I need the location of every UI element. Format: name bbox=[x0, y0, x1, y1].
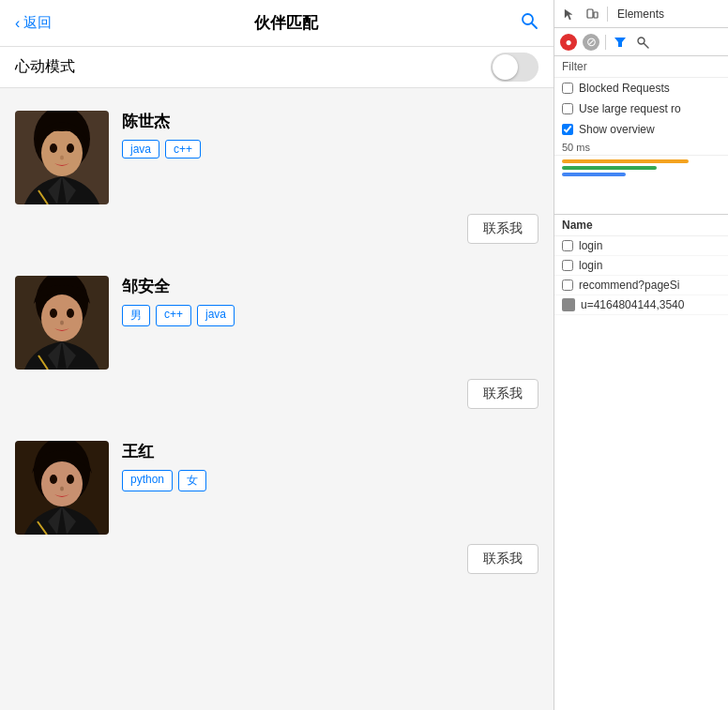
network-row-0-name: login bbox=[579, 239, 602, 252]
devtools-tabs-bar: Elements bbox=[554, 0, 728, 28]
tab-separator bbox=[607, 7, 608, 22]
svg-point-16 bbox=[41, 461, 83, 506]
svg-marker-20 bbox=[565, 9, 572, 20]
device-icon[interactable] bbox=[583, 5, 601, 23]
toggle-knob bbox=[493, 54, 518, 80]
svg-point-11 bbox=[50, 309, 57, 318]
svg-rect-21 bbox=[587, 9, 593, 18]
svg-point-12 bbox=[67, 309, 74, 318]
svg-line-25 bbox=[645, 43, 649, 48]
svg-marker-23 bbox=[614, 38, 626, 47]
blocked-requests-row: Blocked Requests bbox=[554, 78, 728, 98]
network-row-0-checkbox[interactable] bbox=[562, 240, 573, 251]
svg-point-6 bbox=[67, 144, 74, 153]
elements-tab[interactable]: Elements bbox=[614, 6, 668, 23]
mode-label: 心动模式 bbox=[15, 57, 75, 77]
show-overview-row: Show overview bbox=[554, 119, 728, 140]
timeline-bars bbox=[554, 156, 728, 208]
search-icon[interactable] bbox=[520, 11, 538, 35]
cards-container: 陈世杰 java c++ 联系我 bbox=[0, 88, 554, 710]
avatar-1 bbox=[15, 111, 109, 204]
tag-cpp-1: c++ bbox=[165, 140, 201, 159]
network-row-3-icon bbox=[562, 298, 575, 311]
svg-point-4 bbox=[41, 129, 83, 176]
use-large-request-row: Use large request ro bbox=[554, 98, 728, 119]
user-card-1: 陈世杰 java c++ 联系我 bbox=[0, 96, 554, 259]
blocked-requests-checkbox[interactable] bbox=[562, 83, 573, 94]
filter-label: Filter bbox=[554, 56, 728, 78]
user-name-2: 邹安全 bbox=[122, 276, 538, 297]
blocked-requests-label: Blocked Requests bbox=[579, 82, 670, 95]
tag-gender-2: 男 bbox=[122, 305, 150, 326]
avatar-3 bbox=[15, 441, 109, 535]
user-name-1: 陈世杰 bbox=[122, 111, 538, 132]
svg-point-13 bbox=[60, 321, 64, 325]
tags-1: java c++ bbox=[122, 140, 538, 159]
network-row-1-name: login bbox=[579, 259, 602, 272]
devtools-toolbar: ● ⊘ bbox=[554, 28, 728, 56]
show-overview-checkbox[interactable] bbox=[562, 124, 573, 135]
tag-cpp-2: c++ bbox=[156, 305, 191, 326]
tags-3: python 女 bbox=[122, 470, 538, 491]
network-row-2-checkbox[interactable] bbox=[562, 279, 573, 291]
use-large-request-checkbox[interactable] bbox=[562, 103, 573, 114]
block-icon[interactable]: ⊘ bbox=[583, 34, 599, 51]
back-label: 返回 bbox=[23, 14, 52, 32]
user-card-3: 王红 python 女 联系我 bbox=[0, 426, 554, 589]
timeline-bar-green bbox=[562, 166, 657, 170]
network-row-1-checkbox[interactable] bbox=[562, 260, 573, 271]
user-name-3: 王红 bbox=[122, 441, 538, 462]
timeline-area: 50 ms bbox=[554, 140, 728, 215]
mode-bar: 心动模式 bbox=[0, 47, 554, 88]
tags-2: 男 c++ java bbox=[122, 305, 538, 326]
contact-button-2[interactable]: 联系我 bbox=[467, 379, 538, 409]
card-info-1: 陈世杰 java c++ bbox=[122, 111, 538, 159]
svg-point-18 bbox=[67, 475, 74, 484]
tag-python-3: python bbox=[122, 470, 173, 491]
toolbar-separator bbox=[605, 35, 606, 50]
svg-rect-22 bbox=[594, 12, 598, 18]
network-row-2: recommend?pageSi bbox=[554, 276, 728, 295]
svg-point-5 bbox=[50, 144, 57, 153]
svg-point-17 bbox=[50, 475, 57, 484]
user-card-2: 邹安全 男 c++ java 联系我 bbox=[0, 261, 554, 424]
contact-button-3[interactable]: 联系我 bbox=[467, 544, 538, 574]
page-title: 伙伴匹配 bbox=[254, 12, 318, 34]
network-name-header: Name bbox=[554, 215, 728, 236]
devtools-panel: Elements ● ⊘ Filter Blocked Requests Use… bbox=[554, 0, 728, 710]
network-row-3-name: u=4164804144,3540 bbox=[581, 298, 684, 311]
svg-point-24 bbox=[638, 38, 645, 44]
filter-icon[interactable] bbox=[612, 34, 629, 51]
record-dot: ● bbox=[565, 36, 571, 49]
use-large-request-label: Use large request ro bbox=[579, 102, 681, 115]
svg-point-7 bbox=[60, 156, 64, 160]
network-row-3: u=4164804144,3540 bbox=[554, 295, 728, 315]
devtools-search-icon[interactable] bbox=[634, 34, 651, 51]
tag-java-1: java bbox=[122, 140, 159, 159]
svg-point-10 bbox=[41, 295, 83, 341]
tag-java-2: java bbox=[197, 305, 235, 326]
svg-line-1 bbox=[532, 23, 537, 28]
app-header: ‹ 返回 伙伴匹配 bbox=[0, 0, 554, 47]
network-row-1: login bbox=[554, 256, 728, 276]
tag-gender-3: 女 bbox=[178, 470, 206, 491]
mode-toggle[interactable] bbox=[491, 53, 538, 82]
chevron-left-icon: ‹ bbox=[15, 15, 20, 32]
left-panel: ‹ 返回 伙伴匹配 心动模式 bbox=[0, 0, 554, 710]
timeline-bar-orange bbox=[562, 159, 689, 163]
avatar-2 bbox=[15, 276, 109, 370]
record-icon[interactable]: ● bbox=[560, 34, 577, 51]
card-info-3: 王红 python 女 bbox=[122, 441, 538, 491]
cursor-icon[interactable] bbox=[560, 5, 579, 23]
show-overview-label: Show overview bbox=[579, 123, 655, 136]
card-info-2: 邹安全 男 c++ java bbox=[122, 276, 538, 326]
back-button[interactable]: ‹ 返回 bbox=[15, 14, 52, 32]
svg-point-0 bbox=[523, 14, 533, 24]
network-row-0: login bbox=[554, 236, 728, 256]
timeline-bar-blue bbox=[562, 173, 626, 176]
contact-button-1[interactable]: 联系我 bbox=[467, 214, 538, 244]
network-row-2-name: recommend?pageSi bbox=[579, 279, 679, 292]
timeline-ms-label: 50 ms bbox=[554, 140, 728, 156]
svg-point-19 bbox=[60, 487, 64, 491]
